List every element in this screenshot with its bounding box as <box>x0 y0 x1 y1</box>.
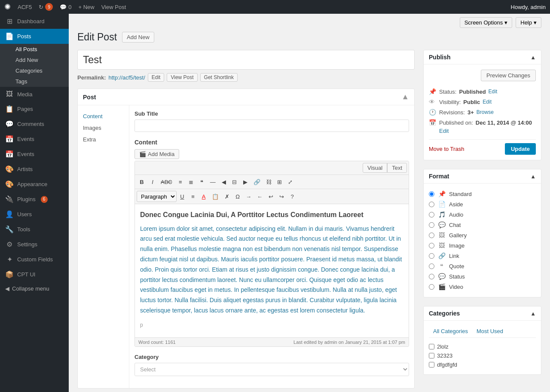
format-radio-standard[interactable] <box>429 191 434 197</box>
comments-link[interactable]: 💬 0 <box>60 4 71 10</box>
omega-button[interactable]: Ω <box>232 191 243 202</box>
table-button[interactable]: ⊞ <box>275 177 285 187</box>
format-radio-chat[interactable] <box>429 222 434 228</box>
fullscreen-button[interactable]: ⤢ <box>285 177 296 187</box>
category-select[interactable]: Select <box>134 363 409 376</box>
submenu-add-new[interactable]: Add New <box>0 55 69 65</box>
subtitle-input[interactable] <box>134 119 409 132</box>
format-box-header[interactable]: Format ▲ <box>424 169 541 184</box>
visibility-label: Visibility: <box>439 99 461 105</box>
help-button[interactable]: Help ▾ <box>516 17 541 28</box>
sidebar-item-users[interactable]: 👤 Users <box>0 207 69 222</box>
help-toolbar-button[interactable]: ? <box>287 191 297 202</box>
ol-button[interactable]: ≣ <box>186 177 196 187</box>
post-title-input[interactable] <box>77 50 415 70</box>
sidebar-item-pages[interactable]: 📋 Pages <box>0 101 69 116</box>
blockquote-button[interactable]: ❝ <box>197 177 207 187</box>
submenu-tags[interactable]: Tags <box>0 76 69 87</box>
eraser-button[interactable]: ✗ <box>222 191 232 202</box>
category-checkbox-2lolz[interactable] <box>429 344 434 349</box>
permalink-url[interactable]: http://acf5/test/ <box>108 74 145 81</box>
site-name-link[interactable]: ACF5 <box>18 4 32 10</box>
categories-box-header[interactable]: Categories ▲ <box>424 306 541 321</box>
update-button[interactable]: Update <box>505 143 536 155</box>
sidebar-item-artists[interactable]: 🎨 Artists <box>0 162 69 177</box>
bold-button[interactable]: B <box>137 177 147 187</box>
format-radio-image[interactable] <box>429 243 434 248</box>
hr-button[interactable]: — <box>208 177 218 187</box>
status-edit-link[interactable]: Edit <box>489 89 498 95</box>
format-radio-gallery[interactable] <box>429 233 434 238</box>
text-tab-button[interactable]: Text <box>387 163 407 173</box>
unlink-button[interactable]: ⛓ <box>263 177 274 187</box>
add-new-button[interactable]: Add New <box>122 32 154 43</box>
view-post-button[interactable]: View Post <box>167 73 197 82</box>
undo-button[interactable]: ↩ <box>266 191 276 202</box>
sidebar-item-cpt-ui[interactable]: 📦 CPT UI <box>0 267 69 282</box>
submenu-all-posts[interactable]: All Posts <box>0 44 69 55</box>
format-radio-link[interactable] <box>429 253 434 259</box>
preview-changes-button[interactable]: Preview Changes <box>481 70 536 81</box>
sidebar-item-appearance[interactable]: 🎨 Appearance <box>0 177 69 192</box>
paragraph-select[interactable]: Paragraph <box>137 191 177 202</box>
paste-button[interactable]: 📋 <box>209 191 221 202</box>
sidebar-item-dashboard[interactable]: ⊞ Dashboard <box>0 14 69 29</box>
add-media-icon: 🎬 <box>139 151 146 157</box>
format-radio-audio[interactable] <box>429 212 434 217</box>
get-shortlink-button[interactable]: Get Shortlink <box>200 73 238 82</box>
format-radio-quote[interactable] <box>429 263 434 269</box>
sidebar-item-events1[interactable]: 📅 Events <box>0 132 69 147</box>
submenu-categories[interactable]: Categories <box>0 65 69 76</box>
strikethrough-button[interactable]: ABC <box>158 177 175 187</box>
content-tab[interactable]: Content <box>78 110 129 122</box>
redo-button[interactable]: ↪ <box>276 191 287 202</box>
visibility-edit-link[interactable]: Edit <box>483 99 492 105</box>
view-post-link[interactable]: View Post <box>101 4 126 10</box>
sidebar-item-settings[interactable]: ⚙ Settings <box>0 237 69 252</box>
align-center-button[interactable]: ⊟ <box>229 177 240 187</box>
category-checkbox-32323[interactable] <box>429 353 434 358</box>
extra-tab[interactable]: Extra <box>78 134 129 145</box>
sidebar-item-comments[interactable]: 💬 Comments <box>0 116 69 132</box>
category-checkbox-dfgdfgfd[interactable] <box>429 362 434 368</box>
sidebar-item-custom-fields[interactable]: ✦ Custom Fields <box>0 252 69 267</box>
post-metabox-header[interactable]: Post ▲ <box>78 89 414 105</box>
sidebar-item-plugins[interactable]: 🔌 Plugins 6 <box>0 192 69 207</box>
published-edit-link[interactable]: Edit <box>439 128 449 134</box>
visual-tab-button[interactable]: Visual <box>363 163 387 173</box>
sidebar-item-media[interactable]: 🖼 Media <box>0 87 69 101</box>
format-radio-status[interactable] <box>429 274 434 279</box>
align-left-button[interactable]: ◀ <box>219 177 229 187</box>
add-media-button[interactable]: 🎬 Add Media <box>134 149 179 159</box>
new-content-link[interactable]: + New <box>78 4 94 10</box>
editor-content[interactable]: Donec Congue Lacinia Dui, A Porttitor Le… <box>135 204 409 337</box>
sidebar-item-tools[interactable]: 🔧 Tools <box>0 222 69 237</box>
list-button[interactable]: ≡ <box>188 191 198 202</box>
category-label: Category <box>134 354 409 360</box>
publish-box-header[interactable]: Publish ▲ <box>424 50 541 64</box>
images-tab[interactable]: Images <box>78 122 129 134</box>
align-right-button[interactable]: ▶ <box>240 177 251 187</box>
most-used-tab[interactable]: Most Used <box>472 326 507 337</box>
format-radio-video[interactable] <box>429 284 434 290</box>
ul-button[interactable]: ≡ <box>175 177 186 187</box>
appearance-icon: 🎨 <box>5 180 14 188</box>
color-button[interactable]: A <box>199 191 209 202</box>
format-radio-aside[interactable] <box>429 202 434 207</box>
all-categories-tab[interactable]: All Categories <box>429 326 472 337</box>
permalink-edit-button[interactable]: Edit <box>148 73 165 82</box>
link-button[interactable]: 🔗 <box>251 177 263 187</box>
indent-button[interactable]: → <box>243 191 254 202</box>
wp-logo[interactable]: ✺ <box>4 2 11 12</box>
move-to-trash-link[interactable]: Move to Trash <box>429 146 464 152</box>
outdent-button[interactable]: ← <box>254 191 265 202</box>
underline-button[interactable]: U <box>177 191 187 202</box>
revisions-browse-link[interactable]: Browse <box>477 109 494 115</box>
screen-options-button[interactable]: Screen Options ▾ <box>460 17 513 28</box>
italic-button[interactable]: I <box>147 177 158 187</box>
pages-icon: 📋 <box>5 105 14 113</box>
updates-link[interactable]: ↻ 9 <box>39 3 53 11</box>
sidebar-item-posts[interactable]: 📄 Posts <box>0 29 69 44</box>
sidebar-item-events2[interactable]: 📅 Events <box>0 147 69 162</box>
collapse-menu[interactable]: ◀ Collapse menu <box>0 282 69 295</box>
